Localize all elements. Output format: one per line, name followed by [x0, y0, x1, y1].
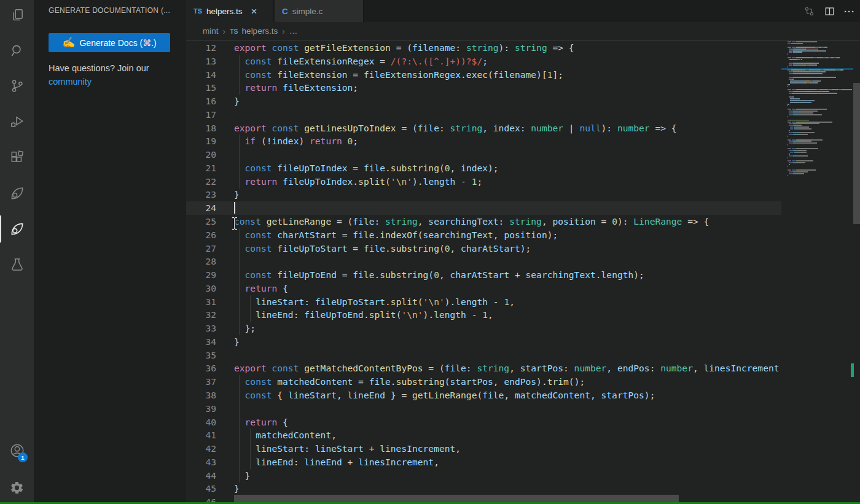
line-number: 15 — [186, 81, 216, 95]
line-number: 26 — [186, 228, 216, 242]
code-line: 32 lineEnd: fileUpToEnd.split('\n').leng… — [186, 308, 781, 322]
line-number: 33 — [186, 322, 216, 335]
search-icon[interactable] — [0, 36, 34, 65]
minimap-line — [788, 123, 819, 124]
accounts-icon[interactable] — [0, 436, 34, 465]
typescript-file-icon: TS — [230, 28, 238, 35]
account-badge: 1 — [18, 452, 28, 462]
minimap-line — [788, 79, 794, 80]
code-text: } — [234, 95, 240, 108]
doc-writer-icon[interactable] — [0, 179, 34, 208]
code-line: 35 — [186, 349, 781, 362]
line-number: 35 — [186, 349, 216, 362]
line-number: 40 — [186, 416, 216, 429]
breadcrumb-more[interactable]: … — [289, 26, 298, 36]
code-text: const getLineRange = (file: string, sear… — [234, 215, 709, 228]
minimap-line — [788, 175, 788, 176]
minimap-line — [788, 80, 821, 82]
generate-docs-button[interactable]: ✍ Generate Docs (⌘.) — [49, 33, 170, 52]
indent-guide — [239, 148, 240, 161]
chevron-right-icon: › — [282, 26, 285, 36]
doc-writer-active-icon[interactable] — [0, 214, 34, 244]
minimap-line — [788, 77, 836, 78]
typescript-file-icon: TS — [194, 7, 202, 15]
breadcrumb: mint › TS helpers.ts › … — [186, 22, 860, 41]
minimap-line — [788, 93, 837, 94]
minimap-line — [788, 100, 815, 101]
code-line: 43 lineEnd: lineEnd + linesIncrement, — [186, 456, 781, 469]
code-line: 29 const fileUpToEnd = file.substring(0,… — [186, 268, 781, 282]
code-line: 34} — [186, 335, 781, 349]
settings-gear-icon[interactable] — [0, 473, 34, 502]
line-number: 39 — [186, 402, 216, 416]
code-text: matchedContent, — [234, 428, 337, 442]
line-number: 42 — [186, 442, 216, 456]
scrollbar-horizontal[interactable] — [234, 495, 679, 502]
source-control-icon[interactable] — [0, 71, 34, 101]
code-text: }; — [234, 322, 256, 335]
code-text: export const getLinesUpToIndex = (file: … — [234, 122, 677, 135]
code-line: 19 if (!index) return 0; — [186, 134, 781, 148]
minimap-line — [788, 73, 823, 74]
minimap-line — [788, 126, 809, 128]
close-tab-icon[interactable]: × — [251, 6, 257, 17]
code-line: 14 const fileExtension = fileExtensionRe… — [186, 68, 781, 82]
code-line: 27 const fileUpToStart = file.substring(… — [186, 242, 781, 255]
code-text: return fileUpToIndex.split('\n').length … — [234, 175, 482, 188]
community-link[interactable]: community — [49, 77, 92, 87]
minimap[interactable] — [781, 41, 853, 504]
code-line: 41 matchedContent, — [186, 428, 781, 442]
code-line: 12export const getFileExtension = (filen… — [186, 41, 781, 55]
code-text: lineEnd: lineEnd + linesIncrement, — [234, 456, 439, 469]
code-line: 21 const fileUpToIndex = file.substring(… — [186, 161, 781, 175]
code-text: return fileExtension; — [234, 81, 358, 95]
line-number: 38 — [186, 389, 216, 402]
code-text: } — [234, 469, 250, 483]
writing-hand-icon: ✍ — [62, 36, 75, 49]
open-changes-icon[interactable] — [803, 6, 815, 17]
line-number: 32 — [186, 308, 216, 322]
minimap-line — [788, 104, 789, 105]
minimap-line — [788, 152, 807, 153]
minimap-line — [788, 86, 788, 87]
tab-helpers-ts[interactable]: TS helpers.ts × — [186, 0, 274, 22]
line-number: 12 — [186, 41, 216, 55]
code-line: 33 }; — [186, 322, 781, 335]
code-text: export const getFileExtension = (filenam… — [234, 41, 574, 55]
breadcrumb-file[interactable]: helpers.ts — [242, 26, 278, 36]
minimap-line — [788, 82, 818, 83]
split-editor-icon[interactable] — [824, 6, 835, 17]
breadcrumb-folder[interactable]: mint — [203, 26, 219, 36]
line-number: 14 — [186, 68, 216, 82]
minimap-line — [788, 148, 818, 149]
minimap-line — [788, 57, 840, 58]
code-text: const charAtStart = file.indexOf(searchi… — [234, 228, 558, 242]
chevron-right-icon: › — [223, 26, 226, 36]
tab-simple-c[interactable]: C simple.c — [275, 0, 364, 22]
scrollbar-vertical[interactable] — [853, 0, 860, 504]
code-line: 42 lineStart: lineStart + linesIncrement… — [186, 442, 781, 456]
code-editor[interactable]: 12export const getFileExtension = (filen… — [186, 41, 781, 504]
overview-ruler-marker — [851, 363, 854, 377]
testing-icon[interactable] — [0, 250, 34, 279]
scrollbar-thumb[interactable] — [853, 83, 860, 224]
minimap-line — [788, 63, 819, 64]
code-text: return { — [234, 416, 288, 429]
code-text: const fileExtensionRegex = /(?:\.([^.]+)… — [234, 55, 488, 68]
minimap-line — [788, 128, 811, 130]
code-line: 44 } — [186, 469, 781, 483]
line-number: 36 — [186, 362, 216, 375]
extensions-icon[interactable] — [0, 143, 34, 173]
run-debug-icon[interactable] — [0, 107, 34, 136]
minimap-line — [788, 102, 811, 103]
minimap-line — [788, 53, 788, 55]
line-number: 30 — [186, 282, 216, 295]
code-text: const matchedContent = file.substring(st… — [234, 375, 585, 389]
line-number: 43 — [186, 456, 216, 469]
minimap-line — [788, 96, 794, 98]
code-text: const fileUpToEnd = file.substring(0, ch… — [234, 268, 644, 282]
minimap-line — [788, 89, 852, 90]
line-number: 13 — [186, 55, 216, 68]
explorer-icon[interactable] — [0, 1, 34, 30]
line-number: 29 — [186, 268, 216, 282]
